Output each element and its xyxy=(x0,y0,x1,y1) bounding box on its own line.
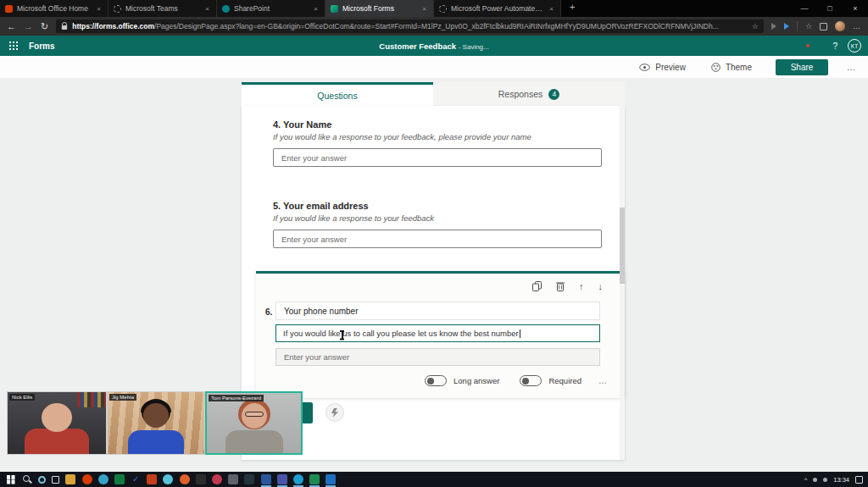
extension-icon[interactable] xyxy=(771,23,776,30)
scrollbar-thumb[interactable] xyxy=(620,208,625,284)
extension-icon-blue[interactable] xyxy=(784,23,789,30)
tab-power-automate[interactable]: Microsoft Power Automate | Mi × xyxy=(434,0,561,17)
search-icon[interactable] xyxy=(22,474,32,484)
new-tab-button[interactable]: + xyxy=(561,0,583,17)
text-caret xyxy=(520,329,520,338)
lock-icon xyxy=(61,22,68,30)
video-scene xyxy=(8,392,106,454)
question-4-subtitle: If you would like a response to your fee… xyxy=(273,132,531,141)
move-up-icon[interactable]: ↑ xyxy=(579,281,584,291)
media-player-icon[interactable] xyxy=(326,474,336,484)
question-5-title[interactable]: 5. Your email address xyxy=(273,201,369,211)
tray-icon[interactable] xyxy=(823,478,827,482)
required-label: Required xyxy=(548,376,581,385)
tab-title: Microsoft Office Home xyxy=(17,4,91,13)
tab-close-icon[interactable]: × xyxy=(548,5,555,13)
question-6-title-input[interactable] xyxy=(275,302,600,320)
url-text: https://forms.office.com/Pages/DesignPag… xyxy=(72,22,719,30)
excel-icon[interactable] xyxy=(114,474,125,484)
app-name[interactable]: Forms xyxy=(29,42,55,51)
long-answer-toggle[interactable] xyxy=(425,375,447,386)
tab-title: Microsoft Power Automate | Mi xyxy=(451,4,543,13)
task-view-icon[interactable] xyxy=(52,476,59,484)
scrollbar[interactable] xyxy=(620,106,625,460)
word-icon[interactable] xyxy=(261,474,271,484)
tab-title: SharePoint xyxy=(234,4,308,13)
favorites-star-icon[interactable]: ☆ xyxy=(805,22,812,30)
app-launcher-icon[interactable] xyxy=(9,42,19,51)
snip-icon[interactable] xyxy=(244,474,254,484)
refresh-button[interactable]: ↻ xyxy=(41,17,48,36)
tab-close-icon[interactable]: × xyxy=(420,5,428,13)
question-4-answer-input[interactable] xyxy=(273,148,602,167)
question-actions: ↑ ↓ xyxy=(532,281,603,291)
office-home-favicon xyxy=(5,5,13,13)
browser-profile-avatar[interactable] xyxy=(835,21,845,31)
firefox-icon[interactable] xyxy=(180,474,190,484)
calculator-icon[interactable] xyxy=(228,474,238,484)
tab-responses[interactable]: Responses 4 xyxy=(433,82,625,106)
edge-beta-icon[interactable] xyxy=(293,474,303,484)
file-explorer-icon[interactable] xyxy=(65,474,75,484)
back-button[interactable]: ← xyxy=(7,17,16,36)
branching-button[interactable] xyxy=(326,403,344,422)
taskbar-clock[interactable]: 13:34 xyxy=(833,476,849,484)
tray-expand-icon[interactable]: ^ xyxy=(804,477,807,483)
question-6-answer-preview[interactable] xyxy=(275,348,600,366)
store-icon[interactable] xyxy=(196,474,206,484)
question-5-answer-input[interactable] xyxy=(273,230,602,248)
question-more-icon[interactable]: … xyxy=(598,376,608,385)
preview-button[interactable]: Preview xyxy=(639,63,686,72)
browser-nav-bar: ← → ↻ https://forms.office.com/Pages/Des… xyxy=(0,17,868,36)
tab-teams[interactable]: Microsoft Teams × xyxy=(108,0,217,17)
tab-questions[interactable]: Questions xyxy=(242,82,433,106)
minimize-button[interactable]: — xyxy=(792,0,817,17)
start-icon[interactable] xyxy=(6,474,16,484)
eye-icon xyxy=(639,64,650,71)
screen: Microsoft Office Home × Microsoft Teams … xyxy=(0,0,868,487)
maximize-button[interactable]: □ xyxy=(817,0,843,17)
bookmark-star-icon[interactable]: ☆ xyxy=(752,22,759,30)
required-toggle[interactable] xyxy=(520,375,542,386)
cortana-icon[interactable] xyxy=(38,476,46,484)
document-title: Customer Feedback - Saving... xyxy=(379,42,488,51)
video-thumbnail-2[interactable]: Jig Mehta xyxy=(107,391,205,455)
move-down-icon[interactable]: ↓ xyxy=(598,281,604,291)
tab-close-icon[interactable]: × xyxy=(312,5,320,13)
collections-icon[interactable] xyxy=(820,23,827,30)
tray-icon[interactable] xyxy=(813,478,817,482)
tab-office-home[interactable]: Microsoft Office Home × xyxy=(0,0,108,17)
edge-icon[interactable] xyxy=(98,474,108,484)
close-window-button[interactable]: × xyxy=(843,0,868,17)
account-avatar[interactable]: KT xyxy=(848,39,861,53)
copy-icon[interactable] xyxy=(532,281,542,291)
photos-icon[interactable] xyxy=(212,474,222,484)
tab-close-icon[interactable]: × xyxy=(95,5,103,13)
forms-app-header: Forms Customer Feedback - Saving... ? KT xyxy=(0,36,868,56)
delete-icon[interactable] xyxy=(556,281,565,291)
question-4-title[interactable]: 4. Your Name xyxy=(273,119,331,130)
question-settings-row: Long answer Required … xyxy=(425,375,616,386)
tab-close-icon[interactable]: × xyxy=(203,5,211,13)
help-icon[interactable]: ? xyxy=(832,42,837,51)
teams-icon[interactable] xyxy=(277,474,287,484)
toolbar-more-icon[interactable]: … xyxy=(847,63,856,72)
sway-icon[interactable] xyxy=(163,474,173,484)
forward-button[interactable]: → xyxy=(24,17,33,36)
tab-forms-active[interactable]: Microsoft Forms × xyxy=(326,0,434,17)
video-thumbnail-1[interactable]: Nick Ellis xyxy=(7,391,107,455)
excel-open-icon[interactable] xyxy=(309,474,320,484)
action-center-icon[interactable] xyxy=(855,476,863,484)
url-domain: https://forms.office.com xyxy=(72,22,154,30)
theme-button[interactable]: Theme xyxy=(711,63,752,72)
question-6-subtitle-input[interactable]: If you would like us to call you please … xyxy=(275,324,600,342)
powerpoint-icon[interactable] xyxy=(147,474,157,484)
office-icon[interactable] xyxy=(82,474,92,484)
video-thumbnail-3[interactable]: Tom Parsons-Evezard xyxy=(205,391,303,455)
tab-sharepoint[interactable]: SharePoint × xyxy=(217,0,326,17)
to-do-icon[interactable]: ✓ xyxy=(131,474,141,484)
browser-more-icon[interactable]: … xyxy=(853,22,861,30)
url-field[interactable]: https://forms.office.com/Pages/DesignPag… xyxy=(56,19,764,33)
question-6-number: 6. xyxy=(265,307,272,317)
share-button[interactable]: Share xyxy=(776,59,828,75)
